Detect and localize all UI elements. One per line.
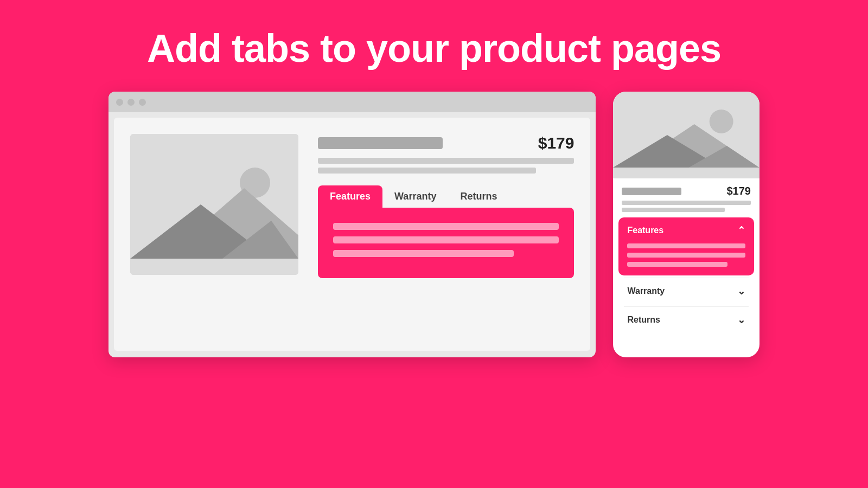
tab-features[interactable]: Features [318,185,382,208]
svg-point-6 [710,110,733,133]
accordion-line-2 [627,253,745,258]
accordion-features-header[interactable]: Features ⌃ [618,217,754,243]
accordion-features-content [618,243,754,275]
mobile-product-image [613,92,760,178]
desc-line-2 [318,168,536,174]
browser-dot-2 [127,99,135,106]
product-image [130,134,298,275]
browser-dot-1 [116,99,123,106]
mobile-top-row: $179 [622,185,751,197]
product-details: $179 Features Warranty Returns [318,134,574,335]
product-desc-lines [318,158,574,174]
content-line-1 [333,223,559,230]
mobile-title-placeholder [622,188,681,195]
accordion-features[interactable]: Features ⌃ [618,217,754,275]
product-title-placeholder [318,137,443,149]
page-headline: Add tabs to your product pages [147,27,721,70]
browser-titlebar [108,92,596,112]
mobile-desc-line-1 [622,201,751,205]
mobile-price: $179 [727,185,751,197]
tab-returns[interactable]: Returns [448,185,509,208]
product-top-row: $179 [318,134,574,152]
mobile-accordion: Features ⌃ Warranty ⌄ [618,217,754,335]
tabs-row: Features Warranty Returns [318,185,574,208]
browser-content: $179 Features Warranty Returns [114,118,590,351]
tab-content-features [318,208,574,278]
content-line-3 [333,250,514,257]
accordion-line-1 [627,243,745,248]
chevron-down-icon-returns: ⌄ [737,314,745,326]
chevron-up-icon: ⌃ [737,224,745,236]
accordion-features-label: Features [627,226,663,235]
desc-line-1 [318,158,574,164]
browser-dot-3 [139,99,146,106]
tab-warranty[interactable]: Warranty [382,185,448,208]
mobile-desc-line-2 [622,208,725,212]
accordion-returns-label: Returns [627,315,660,325]
browser-mockup: $179 Features Warranty Returns [108,92,596,357]
accordion-warranty-label: Warranty [627,286,665,296]
mockups-container: $179 Features Warranty Returns [108,92,760,357]
mobile-mockup: $179 Features ⌃ [613,92,760,357]
accordion-line-3 [627,262,727,267]
accordion-warranty[interactable]: Warranty ⌄ [618,278,754,304]
mobile-desc-lines [622,201,751,212]
accordion-warranty-header[interactable]: Warranty ⌄ [618,278,754,304]
chevron-down-icon-warranty: ⌄ [737,285,745,297]
accordion-returns[interactable]: Returns ⌄ [618,307,754,333]
mobile-product-info: $179 [613,178,760,217]
accordion-returns-header[interactable]: Returns ⌄ [618,307,754,333]
desktop-price: $179 [538,134,575,152]
content-line-2 [333,236,559,243]
